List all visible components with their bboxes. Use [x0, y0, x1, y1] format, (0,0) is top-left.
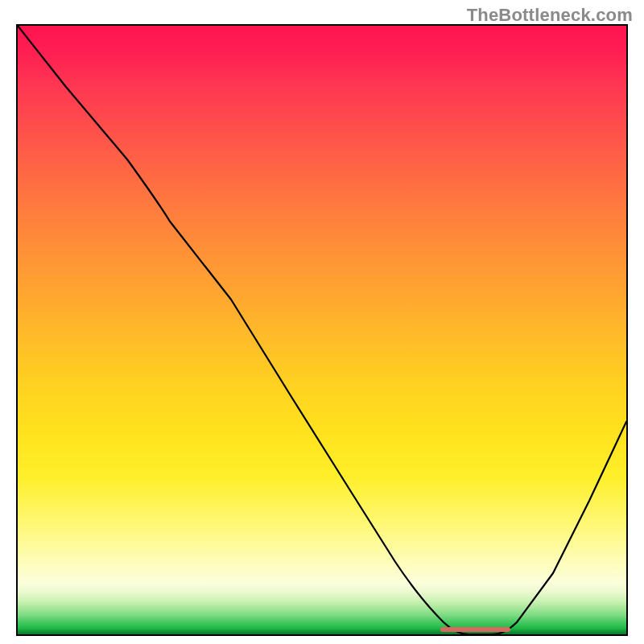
plot-frame: [16, 24, 628, 636]
watermark-text: TheBottleneck.com: [467, 5, 633, 26]
chart-stage: TheBottleneck.com: [0, 0, 644, 644]
bottleneck-curve: [18, 26, 626, 634]
optimal-range-marker: [440, 627, 510, 632]
bottleneck-curve-path: [18, 26, 626, 634]
